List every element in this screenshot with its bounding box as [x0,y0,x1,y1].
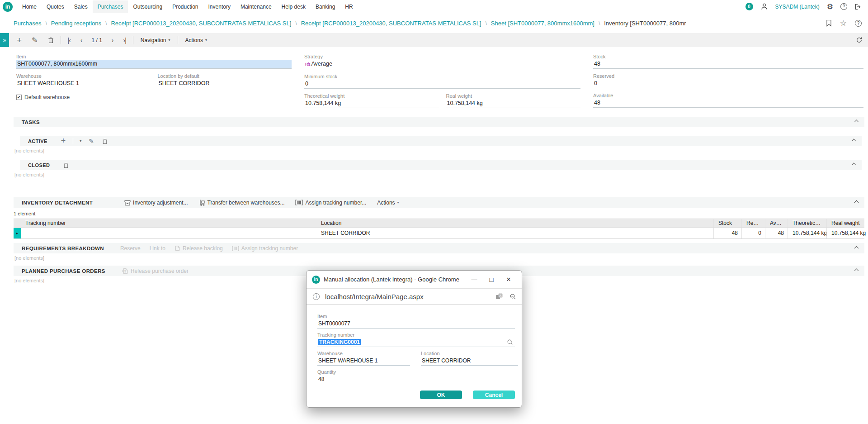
cell-theoretical-weight[interactable]: 10.758,144 kg [788,228,826,238]
collapse-chevron-icon[interactable] [854,200,859,205]
collapse-chevron-icon[interactable] [852,163,856,167]
last-record-button[interactable]: ›| [118,37,131,44]
transfer-between-warehouses-button[interactable]: Transfer between warehouses... [199,199,285,206]
previous-record-button[interactable]: ‹ [75,37,87,44]
add-task-chevron-down-icon[interactable]: ▾ [80,139,81,143]
refresh-icon[interactable] [856,37,868,43]
nav-item-maintenance[interactable]: Maintenance [236,0,277,13]
collapse-chevron-icon[interactable] [854,246,859,251]
notification-badge[interactable]: 0 [745,3,753,10]
release-backlog-button[interactable]: Release backlog [175,245,223,252]
cell-tracking-number[interactable] [21,228,316,238]
add-button[interactable]: + [12,35,27,45]
brand-logo-icon[interactable]: in [3,2,13,12]
cell-reserved[interactable]: 0 [741,228,765,238]
collapse-chevron-icon[interactable] [854,120,859,124]
info-icon[interactable]: i [313,293,320,300]
nav-item-hr[interactable]: HR [340,0,358,13]
tasks-closed-header[interactable]: CLOSED [20,160,862,170]
collapse-chevron-icon[interactable] [854,269,859,273]
cell-stock[interactable]: 48 [713,228,741,238]
nav-item-quotes[interactable]: Quotes [42,0,69,13]
cell-location[interactable]: SHEET CORRIDOR [316,228,713,238]
browser-url-bar[interactable]: i localhost/Integra/MainPage.aspx A [307,289,522,305]
breadcrumb-pending-receptions[interactable]: Pending receptions [51,20,101,27]
nav-item-help-desk[interactable]: Help desk [277,0,311,13]
tasks-section-header[interactable]: TASKS [14,117,864,127]
warehouse-field[interactable]: Warehouse SHEET WAREHOUSE 1 [16,73,151,88]
current-user-label[interactable]: SYSADM (Lantek) [775,4,820,10]
delete-task-trash-icon[interactable] [101,138,108,144]
breadcrumb-sheet[interactable]: Sheet [SHT0000077, 800mmx1600mm] [491,20,594,27]
modal-quantity-field[interactable]: Quantity 48 [317,369,515,384]
minimize-button[interactable]: — [466,276,483,283]
add-task-button[interactable]: + [60,136,67,146]
modal-quantity-input[interactable]: 48 [317,375,515,384]
cell-real-weight[interactable]: 10.758,144 kg [826,228,864,238]
search-icon[interactable] [507,339,513,345]
window-title-bar[interactable]: in Manual allocation (Lantek Integra) - … [307,271,522,289]
edit-task-pencil-icon[interactable]: ✎ [88,138,95,145]
breadcrumb-receipt-2[interactable]: Receipt [RCP000013_20200430, SUBCONTRATA… [301,20,481,27]
nav-item-sales[interactable]: Sales [69,0,93,13]
item-field[interactable]: Item SHT0000077, 800mmx1600mm [16,53,292,69]
translate-icon[interactable]: A [495,293,503,300]
next-record-button[interactable]: › [107,37,118,44]
location-by-default-field[interactable]: Location by default SHEET CORRIDOR [158,73,292,88]
url-text[interactable]: localhost/Integra/MainPage.aspx [325,293,424,300]
link-to-button[interactable]: Link to [150,245,165,252]
first-record-button[interactable]: |‹ [63,37,75,44]
nav-item-inventory[interactable]: Inventory [203,0,236,13]
inventory-adjustment-button[interactable]: Inventory adjustment... [124,200,188,206]
delete-closed-task-trash-icon[interactable] [62,162,70,168]
nav-item-outsourcing[interactable]: Outsourcing [128,0,167,13]
expand-panel-button[interactable]: » [0,33,9,47]
settings-gear-icon[interactable]: ⚙ [827,2,833,11]
strategy-field[interactable]: Strategy R/zAverage [304,53,580,69]
col-header-location[interactable]: Location [316,219,713,228]
col-header-available[interactable]: Available [765,219,788,228]
location-by-default-value[interactable]: SHEET CORRIDOR [158,79,292,88]
col-header-theoretical-weight[interactable]: Theoretical w... [788,219,826,228]
delete-trash-icon[interactable] [43,37,59,43]
assign-tracking-number-button[interactable]: Assign tracking number... [295,200,366,206]
release-purchase-order-button[interactable]: $ Release purchase order [122,268,189,274]
minimum-stock-value[interactable]: 0 [304,80,580,89]
item-value[interactable]: SHT0000077, 800mmx1600mm [16,60,292,69]
nav-item-purchases[interactable]: Purchases [93,0,128,13]
minimum-stock-field[interactable]: Minimum stock 0 [304,73,580,89]
col-header-stock[interactable]: Stock [713,219,741,228]
warehouse-value[interactable]: SHEET WAREHOUSE 1 [16,79,151,88]
help-icon[interactable]: ? [840,3,847,10]
bookmark-icon[interactable] [826,19,832,27]
default-warehouse-checkbox[interactable]: ✔ [16,95,22,100]
ok-button[interactable]: OK [420,391,462,399]
reserve-button[interactable]: Reserve [120,245,141,252]
nav-item-banking[interactable]: Banking [311,0,340,13]
cancel-button[interactable]: Cancel [473,391,515,399]
strategy-value[interactable]: Average [311,61,332,67]
col-header-real-weight[interactable]: Real weight [826,219,864,228]
user-icon[interactable] [760,3,768,10]
requirements-breakdown-header[interactable]: REQUIREMENTS BREAKDOWN Reserve Link to R… [14,243,864,253]
modal-tracking-number-field[interactable]: Tracking number TRACKING0001 [317,332,515,347]
tasks-active-header[interactable]: ACTIVE + ▾ ✎ [20,136,862,146]
favorite-star-icon[interactable]: ☆ [840,19,847,28]
logout-icon[interactable] [854,3,862,10]
breadcrumb-receipt-1[interactable]: Receipt [RCP000013_20200430, SUBCONTRATA… [111,20,291,27]
breadcrumb-purchases[interactable]: Purchases [14,20,41,27]
edit-pencil-icon[interactable]: ✎ [27,36,42,44]
cell-available[interactable]: 48 [765,228,788,238]
close-button[interactable]: ✕ [500,276,517,283]
actions-dropdown[interactable]: Actions▾ [180,37,212,43]
table-row[interactable]: ▸ SHEET CORRIDOR 48 0 48 10.758,144 kg 1… [14,228,864,239]
detachment-actions-dropdown[interactable]: Actions▾ [377,200,399,206]
nav-item-production[interactable]: Production [167,0,203,13]
col-header-reserved[interactable]: Reserved [741,219,765,228]
inventory-detachment-header[interactable]: INVENTORY DETACHMENT Inventory adjustmen… [14,197,864,208]
nav-item-home[interactable]: Home [17,0,42,13]
maximize-button[interactable]: □ [483,276,500,283]
assign-tracking-number-disabled-button[interactable]: Assign tracking number [232,245,298,252]
zoom-out-icon[interactable] [509,293,516,300]
page-help-icon[interactable]: ? [855,20,862,27]
